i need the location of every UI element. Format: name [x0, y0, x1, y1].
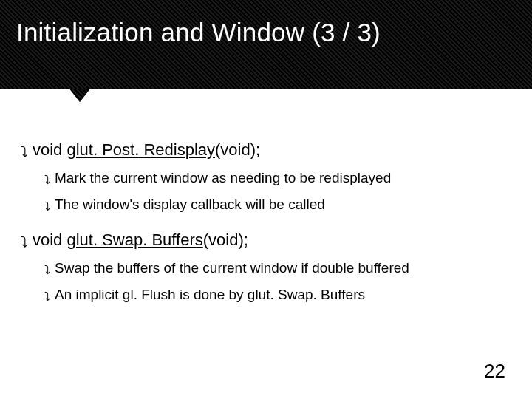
slide-content: ⤵ void glut. Post. Redisplay(void); ⤵ Ma…	[0, 89, 532, 303]
arrow-bullet-icon: ⤵	[21, 235, 28, 250]
arrow-bullet-icon: ⤵	[21, 145, 28, 160]
slide-header: Initialization and Window (3 / 3)	[0, 0, 532, 89]
bullet-text: void glut. Post. Redisplay(void);	[33, 140, 260, 160]
arrow-bullet-icon: ⤵	[44, 265, 50, 276]
sub-bullet-item: ⤵ An implicit gl. Flush is done by glut.…	[44, 287, 517, 303]
slide-title: Initialization and Window (3 / 3)	[16, 18, 516, 47]
page-number: 22	[484, 360, 505, 383]
function-args: (void);	[203, 231, 248, 249]
sub-bullet-item: ⤵ Mark the current window as needing to …	[44, 170, 517, 186]
bullet-item: ⤵ void glut. Swap. Buffers(void);	[21, 231, 517, 250]
sub-bullet-text: Swap the buffers of the current window i…	[55, 260, 409, 276]
function-name: glut. Swap. Buffers	[66, 231, 202, 249]
sub-bullet-text: An implicit gl. Flush is done by glut. S…	[55, 287, 365, 303]
return-type: void	[33, 231, 66, 249]
arrow-bullet-icon: ⤵	[44, 174, 50, 186]
bullet-item: ⤵ void glut. Post. Redisplay(void);	[21, 140, 517, 160]
function-name: glut. Post. Redisplay	[66, 140, 215, 159]
sub-bullet-item: ⤵ The window's display callback will be …	[44, 197, 517, 213]
bullet-text: void glut. Swap. Buffers(void);	[33, 231, 248, 250]
arrow-bullet-icon: ⤵	[44, 291, 50, 303]
sub-bullet-text: The window's display callback will be ca…	[55, 197, 325, 213]
sub-bullet-item: ⤵ Swap the buffers of the current window…	[44, 260, 517, 276]
function-args: (void);	[215, 140, 260, 159]
arrow-bullet-icon: ⤵	[44, 201, 50, 213]
sub-bullet-text: Mark the current window as needing to be…	[55, 170, 391, 186]
return-type: void	[33, 140, 66, 159]
